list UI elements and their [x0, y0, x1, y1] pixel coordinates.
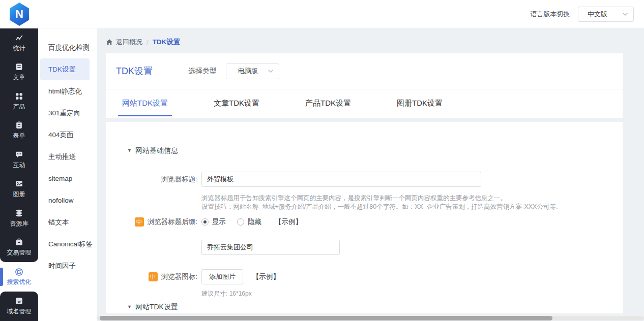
sidebar-item-label: 搜索优化 [7, 278, 32, 286]
submenu-item-sitemap[interactable]: sitemap [38, 168, 97, 189]
svg-text:w: w [17, 299, 21, 303]
breadcrumb-home-label: 返回概况 [116, 38, 142, 47]
sidebar-item-trade[interactable]: 交易管理 [0, 233, 38, 263]
browser-title-input[interactable] [201, 172, 481, 187]
section-title: 网站TDK设置 [135, 303, 178, 312]
sidebar-segment-bottom: w 域名管理 [0, 292, 38, 321]
radio-hide-label: 隐藏 [248, 217, 261, 227]
radio-show[interactable]: 显示 [201, 217, 226, 227]
sidebar-item-label: 图册 [13, 190, 25, 199]
chinese-version-badge: 中 [135, 217, 144, 227]
language-select[interactable]: 中文版 [578, 7, 634, 22]
title-suffix-radio-group: 显示 隐藏 【示例】 [201, 217, 302, 227]
submenu-item-tdk-settings[interactable]: TDK设置 [40, 58, 90, 80]
radio-selected-icon [201, 218, 209, 226]
submenu-item-301-redirect[interactable]: 301重定向 [38, 102, 97, 124]
tab-site-tdk[interactable]: 网站TDK设置 [122, 89, 168, 117]
submenu-item-label: nofollow [48, 197, 74, 204]
submenu-item-canonical[interactable]: Canonical标签 [38, 233, 97, 255]
sidebar-item-label: 互动 [13, 161, 25, 170]
submenu-item-baidu-check[interactable]: 百度优化检测 [38, 37, 97, 58]
app-logo[interactable]: N [8, 3, 31, 26]
language-label: 语言版本切换: [530, 10, 572, 19]
seo-submenu: 百度优化检测 TDK设置 html静态化 301重定向 404页面 主动推送 s… [38, 28, 97, 321]
submenu-item-label: 主动推送 [48, 152, 76, 162]
radio-show-label: 显示 [212, 217, 226, 227]
help-line-1: 浏览器标题用于告知搜索引擎这个网页的主要内容，是搜索引擎判断一个网页内容权重的主… [201, 194, 562, 203]
type-select-value: 电脑版 [238, 67, 258, 76]
submenu-item-label: 404页面 [48, 131, 74, 140]
sidebar-item-domain[interactable]: w 域名管理 [0, 292, 38, 321]
submenu-item-label: Canonical标签 [48, 240, 93, 249]
stats-icon [15, 34, 23, 42]
sidebar-item-products[interactable]: 产品 [0, 87, 38, 116]
sidebar-item-seo-active[interactable]: 搜索优化 [0, 262, 38, 292]
submenu-item-label: TDK设置 [48, 65, 76, 74]
submenu-item-time-factor[interactable]: 时间因子 [38, 255, 97, 277]
sidebar-item-stats[interactable]: 统计 [0, 28, 38, 58]
sidebar-item-label: 交易管理 [7, 248, 32, 257]
sidebar-item-forms[interactable]: 表单 [0, 116, 38, 146]
section-site-tdk[interactable]: ▼ 网站TDK设置 [127, 303, 178, 312]
radio-unselected-icon [237, 218, 244, 226]
breadcrumb-separator: / [147, 39, 149, 46]
add-image-button[interactable]: 添加图片 [201, 269, 243, 284]
section-title: 网站基础信息 [135, 146, 178, 155]
sidebar-item-label: 统计 [13, 44, 25, 53]
submenu-item-html-static[interactable]: html静态化 [38, 80, 97, 102]
sidebar-item-articles[interactable]: 文章 [0, 58, 38, 87]
sidebar-item-label: 文章 [13, 73, 25, 82]
title-row: TDK设置 选择类型 电脑版 [106, 53, 623, 89]
submenu-item-label: 锚文本 [48, 218, 69, 227]
horizontal-scrollbar-track[interactable] [97, 316, 644, 320]
main-content: 返回概况 / TDK设置 TDK设置 选择类型 电脑版 网站TDK设置 文章TD… [97, 28, 644, 321]
submenu-item-label: 时间因子 [48, 262, 76, 271]
horizontal-scrollbar-thumb[interactable] [100, 316, 552, 320]
chinese-version-badge: 中 [149, 272, 158, 281]
submenu-item-label: 301重定向 [48, 109, 80, 118]
browser-title-help: 浏览器标题用于告知搜索引擎这个网页的主要内容，是搜索引擎判断一个网页内容权重的主… [201, 194, 562, 211]
browser-title-label: 浏览器标题: [106, 175, 197, 184]
tdk-tabs: 网站TDK设置 文章TDK设置 产品TDK设置 图册TDK设置 [106, 89, 623, 117]
title-suffix-input[interactable] [201, 240, 340, 255]
browser-title-row: 浏览器标题: [106, 172, 481, 187]
active-indicator-bar [0, 268, 3, 286]
submenu-item-404-page[interactable]: 404页面 [38, 124, 97, 146]
tab-label: 网站TDK设置 [122, 99, 168, 108]
trade-icon [15, 238, 23, 246]
tdk-form-card: ▼ 网站基础信息 浏览器标题: 浏览器标题用于告知搜索引擎这个网页的主要内容，是… [106, 122, 623, 313]
sidebar-item-gallery[interactable]: 图册 [0, 175, 38, 204]
radio-hide[interactable]: 隐藏 [237, 217, 261, 227]
submenu-item-anchor-text[interactable]: 锚文本 [38, 211, 97, 233]
title-suffix-label: 浏览器标题后缀: [148, 217, 197, 227]
submenu-item-nofollow[interactable]: nofollow [38, 189, 97, 211]
sidebar-segment-top: 统计 文章 产品 表单 [0, 28, 38, 262]
title-suffix-row: 中 浏览器标题后缀: 显示 隐藏 【示例】 [106, 217, 302, 227]
submenu-item-label: sitemap [48, 175, 72, 182]
tab-gallery-tdk[interactable]: 图册TDK设置 [397, 89, 443, 117]
top-bar: N 语言版本切换: 中文版 [0, 0, 644, 28]
tab-article-tdk[interactable]: 文章TDK设置 [214, 89, 259, 117]
type-select[interactable]: 电脑版 [226, 63, 279, 79]
breadcrumb-home-link[interactable]: 返回概况 [106, 38, 142, 47]
sidebar-item-label: 产品 [13, 103, 25, 111]
sidebar-item-label: 表单 [13, 132, 25, 140]
submenu-item-active-push[interactable]: 主动推送 [38, 146, 97, 168]
primary-sidebar: 统计 文章 产品 表单 [0, 28, 38, 321]
domain-icon: w [15, 297, 23, 305]
sidebar-item-label: 域名管理 [7, 307, 32, 316]
app-screen: N 语言版本切换: 中文版 统计 文 [0, 0, 644, 321]
browser-icon-example-link[interactable]: 【示例】 [252, 272, 280, 281]
size-hint: 建议尺寸: 16*16px [201, 290, 252, 298]
breadcrumb-current: TDK设置 [153, 38, 181, 47]
page-title: TDK设置 [116, 65, 153, 77]
breadcrumb: 返回概况 / TDK设置 [106, 38, 180, 47]
title-suffix-example-link[interactable]: 【示例】 [275, 217, 302, 227]
section-site-basic-info[interactable]: ▼ 网站基础信息 [127, 146, 178, 155]
tab-product-tdk[interactable]: 产品TDK设置 [305, 89, 351, 117]
sidebar-item-resources[interactable]: 资源库 [0, 204, 38, 233]
tab-label: 文章TDK设置 [214, 99, 259, 108]
seo-icon [15, 268, 23, 276]
browser-icon-row: 中 浏览器图标: 添加图片 【示例】 [106, 269, 280, 284]
sidebar-item-interaction[interactable]: 互动 [0, 145, 38, 175]
